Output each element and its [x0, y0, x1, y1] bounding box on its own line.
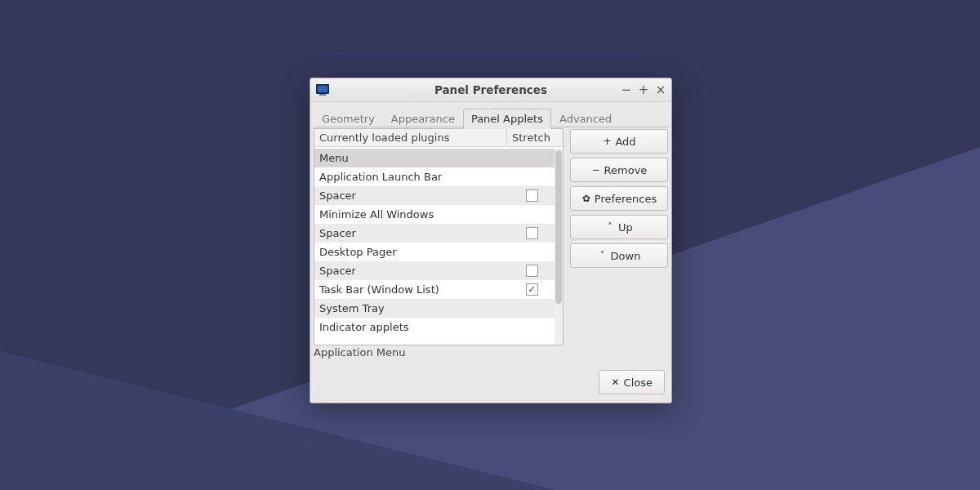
minimize-button[interactable]: −	[621, 84, 632, 96]
plugin-row[interactable]: System Tray	[314, 299, 555, 318]
plugin-row-stretch-cell	[509, 227, 555, 239]
plugin-row-name: Spacer	[314, 265, 509, 277]
scrollbar-thumb[interactable]	[555, 150, 562, 304]
stretch-checkbox[interactable]	[526, 189, 538, 202]
close-button[interactable]: ✕Close	[599, 370, 665, 394]
plugin-action-buttons: +Add −Remove ✿Preferences ˄Up ˅Down	[570, 128, 668, 362]
panel-preferences-window: Panel Preferences − + × GeometryAppearan…	[310, 78, 672, 403]
svg-rect-4	[318, 86, 327, 92]
plugin-row[interactable]: Task Bar (Window List)✓	[314, 280, 555, 299]
plugin-list-header[interactable]: Currently loaded plugins Stretch	[314, 129, 563, 147]
minus-icon: −	[591, 164, 601, 176]
plugin-row[interactable]: Spacer	[314, 224, 555, 243]
column-name-header[interactable]: Currently loaded plugins	[314, 129, 507, 146]
close-window-button[interactable]: ×	[655, 84, 666, 96]
tab-panel-applets[interactable]: Panel Applets	[463, 109, 551, 128]
plugin-row-stretch-cell	[509, 189, 555, 202]
title-bar[interactable]: Panel Preferences − + ×	[310, 78, 671, 102]
add-button[interactable]: +Add	[570, 129, 668, 154]
plus-icon: +	[602, 136, 612, 147]
plugin-row[interactable]: Spacer	[314, 261, 555, 280]
selected-plugin-detail: Application Menu	[314, 345, 564, 362]
tab-appearance[interactable]: Appearance	[383, 109, 463, 128]
tabs: GeometryAppearancePanel AppletsAdvanced	[310, 102, 671, 127]
plugin-row[interactable]: Minimize All Windows	[314, 205, 555, 224]
plugin-row-name: System Tray	[314, 302, 509, 314]
stretch-checkbox[interactable]: ✓	[526, 283, 538, 296]
stretch-checkbox[interactable]	[526, 265, 538, 277]
plugin-row-stretch-cell: ✓	[509, 283, 555, 296]
move-down-button[interactable]: ˅Down	[570, 243, 668, 268]
plugin-row-name: Menu	[314, 152, 509, 164]
chevron-down-icon: ˅	[598, 250, 608, 261]
column-stretch-header[interactable]: Stretch	[507, 129, 563, 146]
plugin-row-name: Minimize All Windows	[314, 208, 509, 220]
plugin-row-name: Desktop Pager	[314, 246, 509, 258]
plugin-row-name: Task Bar (Window List)	[314, 283, 509, 296]
plugin-row[interactable]: Spacer	[314, 186, 555, 205]
plugin-row[interactable]: Menu	[314, 149, 555, 167]
plugin-list[interactable]: Currently loaded plugins Stretch MenuApp…	[314, 128, 564, 345]
plugin-row-stretch-cell	[509, 265, 555, 277]
window-title: Panel Preferences	[310, 83, 671, 96]
stretch-checkbox[interactable]	[526, 227, 538, 239]
preferences-button[interactable]: ✿Preferences	[570, 186, 668, 211]
remove-button[interactable]: −Remove	[570, 158, 668, 182]
plugin-row-name: Spacer	[314, 189, 509, 202]
svg-rect-5	[319, 94, 326, 96]
app-icon	[315, 82, 330, 97]
move-up-button[interactable]: ˄Up	[570, 215, 668, 239]
plugin-row-name: Spacer	[314, 227, 509, 239]
maximize-button[interactable]: +	[638, 84, 649, 96]
plugin-row-name: Application Launch Bar	[314, 171, 509, 183]
plugin-row[interactable]: Desktop Pager	[314, 243, 555, 261]
close-icon: ✕	[611, 376, 621, 388]
plugin-list-scrollbar[interactable]	[555, 149, 563, 345]
plugin-row[interactable]: Application Launch Bar	[314, 167, 555, 186]
tab-advanced[interactable]: Advanced	[551, 109, 620, 128]
plugin-row-name: Indicator applets	[314, 321, 509, 333]
chevron-up-icon: ˄	[605, 221, 615, 233]
gear-icon: ✿	[581, 193, 591, 204]
plugin-row[interactable]: Indicator applets	[314, 318, 555, 336]
tab-geometry[interactable]: Geometry	[314, 109, 383, 128]
